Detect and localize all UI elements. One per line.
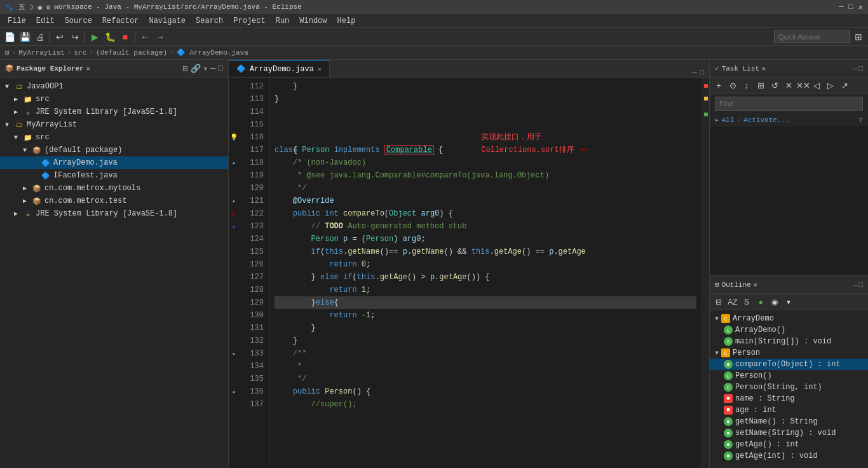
- menu-run[interactable]: Run: [271, 15, 295, 27]
- outline-person-ctor[interactable]: C Person(): [710, 370, 868, 382]
- outline-maximize-btn[interactable]: □: [858, 281, 863, 289]
- view-menu-btn[interactable]: ▾: [203, 64, 208, 74]
- expand-arrow-src1[interactable]: ▶: [14, 95, 23, 103]
- new-btn[interactable]: 📄: [3, 30, 17, 44]
- outline-filter-btn[interactable]: S: [740, 296, 753, 308]
- editor-area[interactable]: 💡 ● ● ▷ ● ● ●: [229, 78, 709, 468]
- task-export-btn[interactable]: ↗: [838, 79, 851, 92]
- tree-item-cntools[interactable]: ▶ 📦 cn.com.metrox.mytools: [0, 182, 228, 195]
- maximize-btn[interactable]: □: [849, 3, 853, 12]
- task-sort-btn[interactable]: ↕: [740, 79, 753, 92]
- window-controls[interactable]: — □ ✕: [839, 3, 863, 12]
- outline-hide-btn[interactable]: ◉: [768, 296, 781, 308]
- tree-item-defaultpkg[interactable]: ▼ 📦 (default package): [0, 144, 228, 156]
- expand-arrow-jre2[interactable]: ▶: [14, 210, 23, 217]
- redo-btn[interactable]: ↪: [68, 30, 82, 44]
- bc-defaultpkg[interactable]: (default package): [96, 49, 167, 57]
- expand-arrow-cntools[interactable]: ▶: [23, 184, 32, 192]
- outline-age-field[interactable]: ■ age : int: [710, 404, 868, 416]
- expand-arrow-myarraylist[interactable]: ▼: [5, 121, 14, 128]
- bc-workspace[interactable]: ⊡: [5, 48, 10, 57]
- tree-item-src2[interactable]: ▼ 📁 src: [0, 131, 228, 144]
- tree-item-arraydemo[interactable]: 🔷 ArrayDemo.java: [0, 156, 228, 169]
- outline-compareto[interactable]: ● compareTo(Object) : int: [710, 359, 868, 370]
- outline-collapse-btn[interactable]: ⊟: [712, 296, 725, 308]
- task-help-btn[interactable]: ?: [858, 116, 863, 124]
- tree-item-jre1[interactable]: ▶ ☕ JRE System Library [JavaSE-1.8]: [0, 106, 228, 118]
- outline-minimize-btn[interactable]: —: [853, 281, 858, 289]
- outline-green-dot[interactable]: ●: [754, 296, 767, 308]
- expand-arrow-cntest[interactable]: ▶: [23, 197, 32, 205]
- menu-search[interactable]: Search: [191, 15, 228, 27]
- collapse-all-btn[interactable]: ⊟: [183, 64, 188, 74]
- minimize-panel-btn[interactable]: —: [210, 64, 215, 74]
- task-refresh-btn[interactable]: ↺: [768, 79, 781, 92]
- expand-arrow-javaoop1[interactable]: ▼: [5, 83, 14, 90]
- code-editor[interactable]: } } class Person implements Comparable {…: [269, 78, 702, 468]
- tree-item-ifacetest[interactable]: 🔷 IFaceTest.java: [0, 169, 228, 182]
- tab-close-arraydemo[interactable]: ✕: [318, 65, 322, 73]
- outline-expand-arraydemo[interactable]: ▼: [715, 315, 719, 322]
- quick-access-input[interactable]: [774, 31, 850, 43]
- save-btn[interactable]: 💾: [18, 30, 32, 44]
- bc-myarraylist[interactable]: MyArrayList: [18, 49, 65, 57]
- debug-btn[interactable]: 🐛: [103, 30, 117, 44]
- menu-window[interactable]: Window: [294, 15, 332, 27]
- bc-src[interactable]: src: [74, 49, 86, 57]
- stop-btn[interactable]: ■: [118, 30, 132, 44]
- outline-expand-person[interactable]: ▼: [715, 350, 719, 357]
- outline-sort-btn[interactable]: AZ: [726, 296, 739, 308]
- task-filter-btn[interactable]: ⊙: [726, 79, 739, 92]
- task-all-filter[interactable]: All: [722, 116, 735, 124]
- outline-main-method[interactable]: S main(String[]) : void: [710, 336, 868, 347]
- outline-person-class[interactable]: ▼ C Person: [710, 347, 868, 359]
- forward-btn[interactable]: →: [153, 30, 167, 44]
- task-group-btn[interactable]: ⊞: [754, 79, 767, 92]
- outline-arraydemo-class[interactable]: ▼ C ArrayDemo: [710, 313, 868, 324]
- close-btn[interactable]: ✕: [858, 3, 863, 12]
- menu-file[interactable]: File: [3, 15, 31, 27]
- menu-project[interactable]: Project: [228, 15, 270, 27]
- task-prev-btn[interactable]: ◁: [810, 79, 823, 92]
- run-btn[interactable]: ▶: [88, 30, 102, 44]
- tab-arraydemo[interactable]: 🔷 ArrayDemo.java ✕: [229, 60, 330, 77]
- perspective-btn[interactable]: ⊞: [851, 30, 865, 44]
- task-delete-all-btn[interactable]: ✕✕: [796, 79, 809, 92]
- back-btn[interactable]: ←: [138, 30, 152, 44]
- outline-setage[interactable]: ● getAge(int) : void: [710, 450, 868, 462]
- task-delete-btn[interactable]: ✕: [782, 79, 795, 92]
- link-editor-btn[interactable]: 🔗: [191, 64, 201, 74]
- outline-getage[interactable]: ● getAge() : int: [710, 439, 868, 450]
- outline-setname[interactable]: ● setName(String) : void: [710, 427, 868, 439]
- outline-name-field[interactable]: ■ name : String: [710, 393, 868, 404]
- menu-help[interactable]: Help: [332, 15, 361, 27]
- task-new-btn[interactable]: +: [712, 79, 725, 92]
- print-btn[interactable]: 🖨: [33, 30, 47, 44]
- tree-item-myarraylist[interactable]: ▼ 🗂 MyArrayList: [0, 118, 228, 131]
- tree-item-jre2[interactable]: ▶ ☕ JRE System Library [JavaSE-1.8]: [0, 207, 228, 220]
- maximize-editor-btn[interactable]: □: [700, 68, 704, 77]
- menu-source[interactable]: Source: [60, 15, 97, 27]
- menu-navigate[interactable]: Navigate: [144, 15, 191, 27]
- task-find-input[interactable]: [715, 97, 863, 111]
- task-collapse-btn[interactable]: —: [853, 65, 858, 72]
- task-maximize-btn[interactable]: □: [858, 65, 863, 72]
- tree-item-javaoop1[interactable]: ▼ 🗂 JavaOOP1: [0, 80, 228, 93]
- task-activate-filter[interactable]: Activate...: [743, 116, 790, 124]
- menu-refactor[interactable]: Refactor: [97, 15, 144, 27]
- maximize-panel-btn[interactable]: □: [218, 64, 223, 74]
- outline-person-ctor2[interactable]: C Person(String, int): [710, 382, 868, 393]
- task-next-btn[interactable]: ▷: [824, 79, 837, 92]
- outline-getname[interactable]: ● getName() : String: [710, 416, 868, 427]
- minimize-editor-btn[interactable]: —: [693, 68, 697, 77]
- undo-btn[interactable]: ↩: [53, 30, 67, 44]
- expand-arrow-src2[interactable]: ▼: [14, 134, 23, 141]
- tree-item-cntest[interactable]: ▶ 📦 cn.com.metrox.test: [0, 195, 228, 207]
- menu-edit[interactable]: Edit: [31, 15, 60, 27]
- bc-arraydemo[interactable]: 🔷 ArrayDemo.java: [177, 48, 248, 57]
- outline-arraydemo-ctor[interactable]: C ArrayDemo(): [710, 324, 868, 336]
- expand-arrow-jre1[interactable]: ▶: [14, 108, 23, 116]
- tree-item-src1[interactable]: ▶ 📁 src: [0, 93, 228, 106]
- outline-menu-btn[interactable]: ▾: [782, 296, 795, 308]
- minimize-btn[interactable]: —: [839, 3, 843, 12]
